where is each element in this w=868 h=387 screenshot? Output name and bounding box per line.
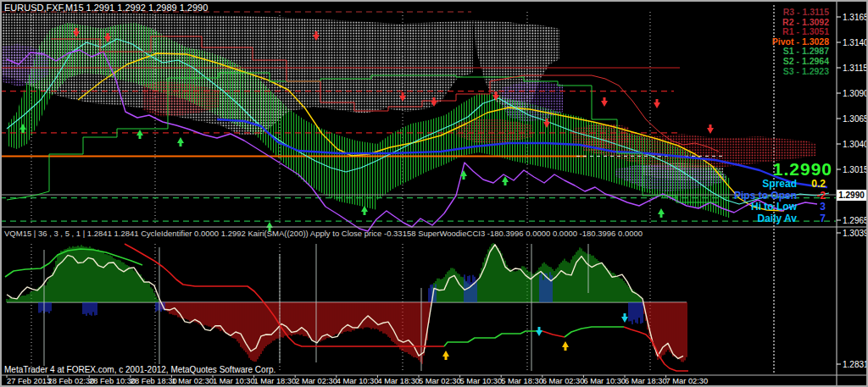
info-row-daily-av: Daily Av 7 bbox=[734, 213, 832, 225]
svg-text:1.3040: 1.3040 bbox=[843, 140, 866, 149]
svg-text:1 Mar 02:30: 1 Mar 02:30 bbox=[171, 377, 214, 385]
info-row-hi-to-low: Hi to Low 3 bbox=[734, 202, 832, 213]
svg-text:28 Feb 02:30: 28 Feb 02:30 bbox=[48, 377, 95, 385]
copyright-notice: MetaTrader 4 at FOREX.com, c 2001-2012, … bbox=[4, 365, 275, 374]
svg-text:6 Mar 02:30: 6 Mar 02:30 bbox=[542, 377, 585, 385]
svg-text:28 Feb 10:30: 28 Feb 10:30 bbox=[89, 377, 136, 385]
market-info-panel: 1.2990 Spread 0.2 Pips to Open -2 Hi to … bbox=[734, 160, 832, 224]
ohlc-readout: EURUSD,FXF,M15 1.2991 1.2992 1.2989 1.29… bbox=[4, 3, 208, 13]
svg-text:27 Feb 2013: 27 Feb 2013 bbox=[7, 377, 51, 385]
info-row-pips-to-open: Pips to Open -2 bbox=[734, 191, 832, 202]
indicator-subwindow-header: VQM15 | 36 , 3 , 5 , 1 | 1.2841 1.2841 C… bbox=[4, 229, 643, 238]
svg-text:6 Mar 10:30: 6 Mar 10:30 bbox=[583, 377, 626, 385]
pivot-levels-panel: R3 - 1.3115 R2 - 1.3092 R1 - 1.3051 Pivo… bbox=[772, 8, 829, 76]
current-price-readout: 1.2990 bbox=[734, 160, 832, 179]
svg-text:4 Mar 18:30: 4 Mar 18:30 bbox=[377, 377, 420, 385]
svg-text:2 Mar 02:30: 2 Mar 02:30 bbox=[295, 377, 337, 385]
svg-text:1.3065: 1.3065 bbox=[843, 114, 866, 124]
chart-window: 1.31651.31401.31151.30901.30651.30401.30… bbox=[0, 0, 868, 387]
svg-text:1.2965: 1.2965 bbox=[843, 216, 866, 225]
svg-text:28 Feb 18:30: 28 Feb 18:30 bbox=[131, 377, 177, 385]
svg-text:5 Mar 02:30: 5 Mar 02:30 bbox=[419, 377, 461, 385]
svg-text:1.3140: 1.3140 bbox=[843, 38, 866, 47]
svg-text:1 Mar 10:30: 1 Mar 10:30 bbox=[213, 377, 255, 385]
svg-text:1.3115: 1.3115 bbox=[843, 64, 866, 73]
svg-text:1.3090: 1.3090 bbox=[843, 89, 866, 98]
svg-text:4 Mar 10:30: 4 Mar 10:30 bbox=[337, 377, 379, 385]
svg-text:5 Mar 18:30: 5 Mar 18:30 bbox=[501, 377, 543, 385]
svg-text:7 Mar 02:30: 7 Mar 02:30 bbox=[666, 377, 709, 385]
svg-text:1.2831: 1.2831 bbox=[843, 360, 866, 369]
pivot-level-s3: S3 - 1.2923 bbox=[772, 67, 829, 77]
current-price-axis-tag: 1.2990 bbox=[837, 190, 866, 201]
svg-text:1.3015: 1.3015 bbox=[843, 165, 866, 174]
svg-text:1.3039: 1.3039 bbox=[843, 229, 866, 238]
info-row-spread: Spread 0.2 bbox=[734, 179, 832, 191]
svg-text:1 Mar 18:30: 1 Mar 18:30 bbox=[254, 377, 297, 385]
svg-text:1.3165: 1.3165 bbox=[843, 13, 866, 22]
svg-text:6 Mar 18:30: 6 Mar 18:30 bbox=[625, 377, 667, 385]
svg-text:5 Mar 10:30: 5 Mar 10:30 bbox=[460, 377, 503, 385]
